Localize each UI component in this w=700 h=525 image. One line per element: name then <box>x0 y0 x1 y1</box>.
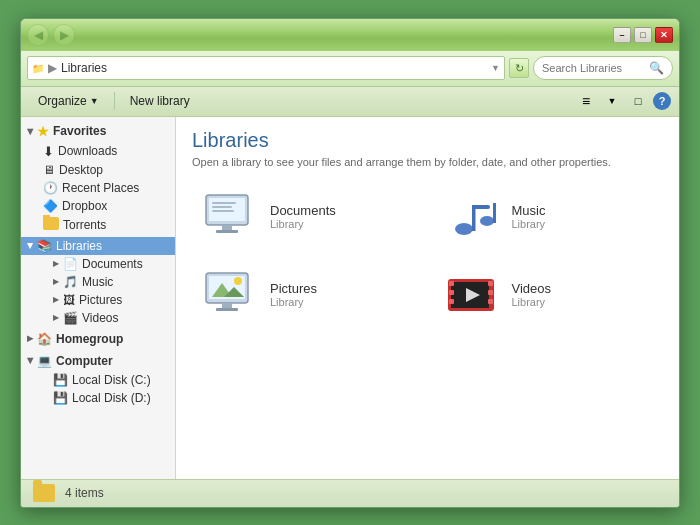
documents-triangle-icon: ▶ <box>53 259 59 268</box>
downloads-icon: ⬇ <box>43 144 54 159</box>
status-folder-icon <box>33 484 55 502</box>
maximize-button[interactable]: □ <box>634 27 652 43</box>
svg-rect-1 <box>209 198 245 221</box>
homegroup-triangle-icon: ▶ <box>27 334 33 343</box>
music-label-area: Music Library <box>512 203 546 230</box>
videos-label-area: Videos Library <box>512 281 552 308</box>
homegroup-icon: 🏠 <box>37 332 52 346</box>
pictures-triangle-icon: ▶ <box>53 295 59 304</box>
pictures-label: Pictures <box>79 293 122 307</box>
music-triangle-icon: ▶ <box>53 277 59 286</box>
new-library-button[interactable]: New library <box>121 90 199 112</box>
sidebar-item-downloads[interactable]: ⬇ Downloads <box>21 142 175 161</box>
nav-back-btn[interactable]: ◀ <box>27 24 49 46</box>
sidebar-subitem-disk-d[interactable]: 💾 Local Disk (D:) <box>21 389 175 407</box>
computer-header[interactable]: ▶ 💻 Computer <box>21 351 175 371</box>
documents-icon: 📄 <box>63 257 78 271</box>
title-bar: ◀ ▶ – □ ✕ <box>21 19 679 51</box>
pictures-library-type: Library <box>270 296 317 308</box>
library-item-pictures[interactable]: Pictures Library <box>192 262 422 328</box>
pictures-library-name: Pictures <box>270 281 317 296</box>
dropbox-icon: 🔷 <box>43 199 58 213</box>
favorites-triangle-icon: ▶ <box>26 128 35 134</box>
svg-rect-3 <box>212 206 232 208</box>
favorites-section: ▶ ★ Favorites ⬇ Downloads 🖥 Desktop 🕐 Re… <box>21 121 175 235</box>
sidebar-item-libraries[interactable]: ▶ 📚 Libraries <box>21 237 175 255</box>
close-button[interactable]: ✕ <box>655 27 673 43</box>
library-item-music[interactable]: Music Library <box>434 184 664 250</box>
library-item-documents[interactable]: Documents Library <box>192 184 422 250</box>
help-button[interactable]: ? <box>653 92 671 110</box>
layout-button[interactable]: □ <box>627 90 649 112</box>
address-path: Libraries <box>61 61 107 75</box>
computer-triangle-icon: ▶ <box>26 358 35 364</box>
content-subtitle: Open a library to see your files and arr… <box>192 156 663 168</box>
dropbox-label: Dropbox <box>62 199 107 213</box>
homegroup-label: Homegroup <box>56 332 123 346</box>
organize-button[interactable]: Organize ▼ <box>29 90 108 112</box>
sidebar-subitem-pictures[interactable]: ▶ 🖼 Pictures <box>21 291 175 309</box>
sidebar-item-desktop[interactable]: 🖥 Desktop <box>21 161 175 179</box>
svg-rect-23 <box>449 299 454 304</box>
videos-label: Videos <box>82 311 118 325</box>
videos-library-name: Videos <box>512 281 552 296</box>
address-bar[interactable]: 📁 ▶ Libraries ▼ <box>27 56 505 80</box>
sidebar-item-torrents[interactable]: Torrents <box>21 215 175 235</box>
svg-rect-5 <box>222 225 232 230</box>
search-input[interactable] <box>542 62 645 74</box>
desktop-icon: 🖥 <box>43 163 55 177</box>
music-library-type: Library <box>512 218 546 230</box>
libraries-section: ▶ 📚 Libraries ▶ 📄 Documents ▶ 🎵 Music ▶ … <box>21 237 175 327</box>
sidebar-subitem-disk-c[interactable]: 💾 Local Disk (C:) <box>21 371 175 389</box>
torrents-icon <box>43 217 59 233</box>
downloads-label: Downloads <box>58 144 117 158</box>
libraries-triangle-icon: ▶ <box>26 243 35 249</box>
search-bar[interactable]: 🔍 <box>533 56 673 80</box>
libraries-icon: 📚 <box>37 239 52 253</box>
library-item-videos[interactable]: Videos Library <box>434 262 664 328</box>
svg-rect-4 <box>212 210 234 212</box>
disk-c-icon: 💾 <box>53 373 68 387</box>
svg-rect-24 <box>488 281 493 286</box>
toolbar: Organize ▼ New library ≡ ▼ □ ? <box>21 87 679 117</box>
sidebar-item-recent-places[interactable]: 🕐 Recent Places <box>21 179 175 197</box>
refresh-button[interactable]: ↻ <box>509 58 529 78</box>
library-grid: Documents Library <box>192 184 663 328</box>
music-library-name: Music <box>512 203 546 218</box>
documents-label: Documents <box>82 257 143 271</box>
toolbar-separator <box>114 92 115 110</box>
window-controls: – □ ✕ <box>613 27 673 43</box>
sidebar-item-dropbox[interactable]: 🔷 Dropbox <box>21 197 175 215</box>
svg-rect-2 <box>212 202 236 204</box>
address-separator: ▶ <box>48 61 57 75</box>
disk-d-icon: 💾 <box>53 391 68 405</box>
toolbar-right-section: ≡ ▼ □ ? <box>575 90 671 112</box>
navigation-bar: 📁 ▶ Libraries ▼ ↻ 🔍 <box>21 51 679 87</box>
documents-library-icon-wrap <box>200 192 260 242</box>
disk-d-label: Local Disk (D:) <box>72 391 151 405</box>
svg-rect-6 <box>216 230 238 233</box>
sidebar-subitem-documents[interactable]: ▶ 📄 Documents <box>21 255 175 273</box>
documents-library-type: Library <box>270 218 336 230</box>
sidebar-subitem-videos[interactable]: ▶ 🎬 Videos <box>21 309 175 327</box>
address-folder-icon: 📁 <box>32 63 44 74</box>
videos-icon: 🎬 <box>63 311 78 325</box>
favorites-star-icon: ★ <box>37 124 49 139</box>
svg-rect-17 <box>222 303 232 308</box>
homegroup-header[interactable]: ▶ 🏠 Homegroup <box>21 329 175 349</box>
minimize-button[interactable]: – <box>613 27 631 43</box>
svg-rect-9 <box>472 205 490 209</box>
favorites-header[interactable]: ▶ ★ Favorites <box>21 121 175 142</box>
videos-library-type: Library <box>512 296 552 308</box>
view-options-button[interactable]: ≡ <box>575 90 597 112</box>
svg-rect-26 <box>488 299 493 304</box>
sidebar-subitem-music[interactable]: ▶ 🎵 Music <box>21 273 175 291</box>
nav-forward-btn[interactable]: ▶ <box>53 24 75 46</box>
organize-label: Organize <box>38 94 87 108</box>
computer-icon: 💻 <box>37 354 52 368</box>
svg-rect-11 <box>493 203 496 223</box>
search-icon: 🔍 <box>649 61 664 75</box>
pictures-library-svg <box>202 271 258 319</box>
view-dropdown-button[interactable]: ▼ <box>601 90 623 112</box>
status-count: 4 items <box>65 486 104 500</box>
